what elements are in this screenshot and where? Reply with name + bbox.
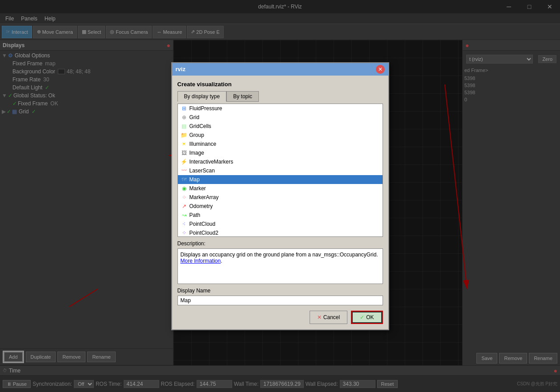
list-item-map[interactable]: 🗺 Map bbox=[178, 175, 383, 184]
visualization-tabs: By display type By topic bbox=[177, 91, 383, 102]
list-item-marker[interactable]: ◉ Marker bbox=[178, 184, 383, 193]
list-item-grid[interactable]: ⊕ Grid bbox=[178, 113, 383, 122]
map-icon: 🗺 bbox=[181, 176, 188, 183]
ok-icon: ✓ bbox=[360, 314, 364, 320]
odometry-icon: ↗ bbox=[181, 203, 188, 210]
display-name-label: Display Name bbox=[177, 288, 383, 294]
cancel-icon: ✕ bbox=[317, 314, 322, 320]
display-name-input[interactable] bbox=[177, 296, 383, 305]
dialog-buttons: ✕ Cancel ✓ OK bbox=[177, 311, 383, 324]
cancel-button[interactable]: ✕ Cancel bbox=[310, 311, 347, 324]
description-text: Displays an occupancy grid on the ground… bbox=[181, 252, 378, 258]
pointcloud-icon: ⁖ bbox=[181, 220, 188, 228]
description-label: Description: bbox=[177, 240, 383, 247]
modal-header: Create visualization bbox=[177, 81, 383, 88]
list-item-interactivemarkers[interactable]: ⚡ InteractiveMarkers bbox=[178, 157, 383, 166]
group-icon: 📁 bbox=[181, 132, 188, 139]
grid-list-icon: ⊕ bbox=[181, 114, 188, 121]
tab-by-topic[interactable]: By topic bbox=[226, 91, 259, 102]
illuminance-icon: ☀ bbox=[181, 140, 188, 148]
list-item-gridcells[interactable]: ▤ GridCells bbox=[178, 122, 383, 131]
interactive-icon: ⚡ bbox=[181, 158, 188, 165]
modal-title: rviz bbox=[176, 66, 185, 72]
list-item-markerarray[interactable]: ⁘ MarkerArray bbox=[178, 193, 383, 202]
description-box: Displays an occupancy grid on the ground… bbox=[177, 248, 383, 284]
desc-period: . bbox=[221, 258, 222, 264]
list-item-fluidpressure[interactable]: ⊞ FluidPressure bbox=[178, 104, 383, 113]
list-item-pointcloud[interactable]: ⁖ PointCloud bbox=[178, 220, 383, 228]
list-item-odometry[interactable]: ↗ Odometry bbox=[178, 202, 383, 211]
pointcloud2-icon: ⁘ bbox=[181, 229, 188, 236]
ok-button[interactable]: ✓ OK bbox=[352, 312, 382, 323]
gridcells-icon: ▤ bbox=[181, 123, 188, 130]
modal-body: Create visualization By display type By … bbox=[172, 76, 388, 329]
list-item-image[interactable]: 🖼 Image bbox=[178, 148, 383, 157]
list-item-group[interactable]: 📁 Group bbox=[178, 131, 383, 140]
list-item-path[interactable]: ↝ Path bbox=[178, 211, 383, 220]
markerarray-icon: ⁘ bbox=[181, 194, 188, 201]
tab-by-display-type[interactable]: By display type bbox=[177, 91, 227, 102]
modal-close-button[interactable]: ✕ bbox=[376, 65, 385, 74]
laserscan-icon: 〰 bbox=[181, 167, 188, 174]
list-item-laserscan[interactable]: 〰 LaserScan bbox=[178, 166, 383, 175]
marker-icon: ◉ bbox=[181, 185, 188, 192]
list-item-illuminance[interactable]: ☀ Illuminance bbox=[178, 140, 383, 148]
list-item-pointcloud2[interactable]: ⁘ PointCloud2 bbox=[178, 228, 383, 237]
fluid-icon: ⊞ bbox=[181, 105, 188, 112]
image-icon: 🖼 bbox=[181, 149, 188, 156]
modal-overlay: rviz ✕ Create visualization By display t… bbox=[0, 0, 560, 392]
modal-titlebar: rviz ✕ bbox=[172, 63, 388, 76]
path-icon: ↝ bbox=[181, 212, 188, 219]
visualization-list[interactable]: ⊞ FluidPressure ⊕ Grid ▤ GridCells 📁 Gro… bbox=[177, 104, 383, 237]
more-information-link[interactable]: More Information bbox=[181, 258, 221, 264]
create-visualization-dialog: rviz ✕ Create visualization By display t… bbox=[171, 62, 389, 330]
